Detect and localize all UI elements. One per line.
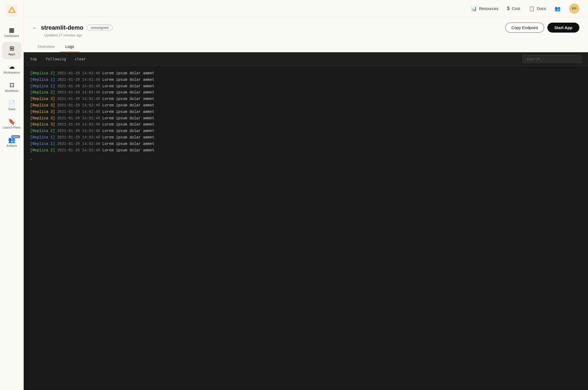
log-line: [Replica 1]2021-01-29 14:02:46Lorem ipsu… [30,134,582,141]
terminal-cursor: _ [30,155,582,161]
sidebar-item-label: Tasks [8,107,15,111]
tab-logs[interactable]: Logs [60,41,80,52]
terminal-search-input[interactable] [522,55,582,63]
page-header-left: ← streamlit-demo unassigned [32,24,113,31]
log-timestamp: 2021-01-29 14:02:46 [57,109,100,115]
team-icon: 👥 [555,6,561,12]
log-timestamp: 2021-01-29 14:02:46 [57,83,100,90]
header-actions: Copy Endpoint Start App [505,23,579,33]
sidebar-item-label: Launch Plans [3,126,21,129]
terminal-content[interactable]: [Replica 2]2021-01-29 14:02:46Lorem ipsu… [24,66,588,390]
user-avatar[interactable]: PP [569,4,579,14]
replica-label: [Replica 2] [30,128,55,134]
log-line: [Replica 2]2021-01-29 14:02:46Lorem ipsu… [30,70,582,77]
replica-label: [Replica 3] [30,109,55,115]
cost-nav-item[interactable]: $ Cost [507,6,520,11]
sidebar-item-workspaces[interactable]: ☁ Workspaces [2,60,22,78]
replica-label: [Replica 3] [30,102,55,109]
tasks-icon: 📄 [8,100,15,106]
resources-icon: 📊 [471,6,477,12]
docs-label: Docs [537,6,546,11]
replica-label: [Replica 1] [30,141,55,147]
log-message: Lorem ipsum dolar ammet [102,141,154,147]
page-header-top: ← streamlit-demo unassigned Copy Endpoin… [32,23,579,33]
following-button[interactable]: following [46,57,66,61]
log-message: Lorem ipsum dolar ammet [102,121,154,128]
sidebar-item-label: Workspaces [4,71,20,74]
log-message: Lorem ipsum dolar ammet [102,147,154,154]
log-timestamp: 2021-01-29 14:02:46 [57,102,100,109]
sidebar-item-label: Dashboard [5,34,19,37]
replica-label: [Replica 1] [30,83,55,90]
replica-label: [Replica 1] [30,134,55,141]
log-timestamp: 2021-01-29 14:02:46 [57,77,100,83]
page-title: streamlit-demo [41,24,83,31]
log-line: [Replica 1]2021-01-29 14:02:46Lorem ipsu… [30,77,582,83]
sidebar-item-launch-plans[interactable]: 🔖 Launch Plans [2,115,22,133]
tab-overview[interactable]: Overview [32,41,60,52]
apps-icon: ⊞ [9,46,14,51]
docs-nav-item[interactable]: 📋 Docs [529,6,546,12]
top-button[interactable]: top [30,57,37,61]
log-line: [Replica 2]2021-01-29 14:02:46Lorem ipsu… [30,89,582,96]
log-line: [Replica 3]2021-01-29 14:02:46Lorem ipsu… [30,102,582,109]
log-message: Lorem ipsum dolar ammet [102,70,154,77]
log-timestamp: 2021-01-29 14:02:46 [57,141,100,147]
replica-label: [Replica 1] [30,77,55,83]
copy-endpoint-button[interactable]: Copy Endpoint [505,23,544,33]
logo[interactable] [5,4,18,17]
clear-button[interactable]: clear [75,57,86,61]
sidebar-item-dashboard[interactable]: ▦ Dashboard [2,24,22,41]
log-message: Lorem ipsum dolar ammet [102,89,154,96]
log-line: [Replica 3]2021-01-29 14:02:46Lorem ipsu… [30,121,582,128]
log-timestamp: 2021-01-29 14:02:46 [57,121,100,128]
log-timestamp: 2021-01-29 14:02:46 [57,147,100,154]
sidebar-item-workflows[interactable]: ⊡ Workflows [2,79,22,96]
log-timestamp: 2021-01-29 14:02:46 [57,89,100,96]
log-message: Lorem ipsum dolar ammet [102,96,154,102]
log-timestamp: 2021-01-29 14:02:46 [57,134,100,141]
top-nav: 📊 Resources $ Cost 📋 Docs 👥 PP [24,0,588,17]
log-line: [Replica 3]2021-01-29 14:02:46Lorem ipsu… [30,115,582,122]
back-button[interactable]: ← [32,25,38,30]
terminal-wrapper: top following clear [Replica 2]2021-01-2… [24,52,588,390]
replica-label: [Replica 2] [30,147,55,154]
sidebar-item-label: Apps [8,53,15,56]
team-nav-item[interactable]: 👥 [555,6,561,12]
log-message: Lorem ipsum dolar ammet [102,83,154,90]
docs-icon: 📋 [529,6,535,12]
log-message: Lorem ipsum dolar ammet [102,128,154,134]
log-line: [Replica 3]2021-01-29 14:02:46Lorem ipsu… [30,96,582,102]
sidebar-item-artifacts[interactable]: Alpha 👥 Artifacts [2,134,22,151]
main-content: 📊 Resources $ Cost 📋 Docs 👥 PP ← streaml… [24,0,588,390]
log-timestamp: 2021-01-29 14:02:46 [57,115,100,122]
resources-nav-item[interactable]: 📊 Resources [471,6,498,12]
tabs: Overview Logs [32,41,579,52]
replica-label: [Replica 3] [30,121,55,128]
log-message: Lorem ipsum dolar ammet [102,102,154,109]
replica-label: [Replica 3] [30,96,55,102]
sidebar-item-label: Workflows [5,89,19,92]
terminal-toolbar: top following clear [24,52,588,66]
log-timestamp: 2021-01-29 14:02:46 [57,70,100,77]
start-app-button[interactable]: Start App [547,23,579,33]
replica-label: [Replica 2] [30,70,55,77]
log-line: [Replica 2]2021-01-29 14:02:46Lorem ipsu… [30,147,582,154]
log-message: Lorem ipsum dolar ammet [102,109,154,115]
log-timestamp: 2021-01-29 14:02:46 [57,128,100,134]
sidebar-item-label: Artifacts [6,144,17,147]
terminal-search-container [522,55,582,63]
workflows-icon: ⊡ [9,82,14,88]
log-timestamp: 2021-01-29 14:02:46 [57,96,100,102]
cost-label: Cost [512,6,520,11]
page-subtitle: Updated 17 minutes ago [44,33,579,37]
avatar-initials: PP [572,6,576,11]
alpha-badge: Alpha [11,135,20,138]
status-badge: unassigned [87,25,113,31]
log-line: [Replica 3]2021-01-29 14:02:46Lorem ipsu… [30,109,582,115]
sidebar-item-tasks[interactable]: 📄 Tasks [2,97,22,114]
sidebar-item-apps[interactable]: ⊞ Apps [2,42,22,59]
cost-icon: $ [507,6,510,11]
workspaces-icon: ☁ [9,64,15,70]
log-line: [Replica 1]2021-01-29 14:02:46Lorem ipsu… [30,83,582,90]
